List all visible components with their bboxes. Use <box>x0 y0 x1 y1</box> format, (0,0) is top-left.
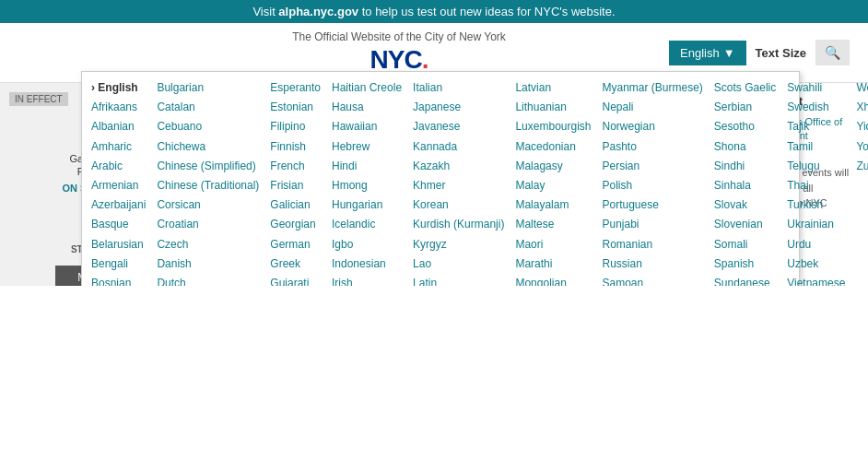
language-option-shona[interactable]: Shona <box>714 138 776 156</box>
language-option-japanese[interactable]: Japanese <box>413 99 504 116</box>
language-option-turkish[interactable]: Turkish <box>787 196 845 214</box>
language-option-kurdish-(kurmanji)[interactable]: Kurdish (Kurmanji) <box>413 216 504 233</box>
language-option-malagasy[interactable]: Malagasy <box>515 158 591 175</box>
language-option-malayalam[interactable]: Malayalam <box>515 196 591 214</box>
language-option-khmer[interactable]: Khmer <box>413 177 504 195</box>
language-option-bulgarian[interactable]: Bulgarian <box>157 79 259 97</box>
language-option-maori[interactable]: Maori <box>515 236 591 254</box>
language-option-chinese-(simplified)[interactable]: Chinese (Simplified) <box>157 158 259 175</box>
language-option-marathi[interactable]: Marathi <box>515 255 591 273</box>
language-option-dutch[interactable]: Dutch <box>157 275 259 286</box>
language-option-samoan[interactable]: Samoan <box>603 275 703 286</box>
language-option-hungarian[interactable]: Hungarian <box>332 196 402 214</box>
search-button[interactable]: 🔍 <box>815 40 850 65</box>
language-option-spanish[interactable]: Spanish <box>714 255 776 273</box>
language-option-somali[interactable]: Somali <box>714 236 776 254</box>
language-option-welsh[interactable]: Welsh <box>856 79 868 97</box>
language-option-indonesian[interactable]: Indonesian <box>332 255 402 273</box>
language-option-serbian[interactable]: Serbian <box>714 99 776 116</box>
language-option-yoruba[interactable]: Yoruba <box>856 138 868 156</box>
language-option-kannada[interactable]: Kannada <box>413 138 504 156</box>
language-option-hindi[interactable]: Hindi <box>332 158 402 175</box>
language-option-luxembourgish[interactable]: Luxembourgish <box>515 118 591 136</box>
language-option-uzbek[interactable]: Uzbek <box>787 255 845 273</box>
language-option-malay[interactable]: Malay <box>515 177 591 195</box>
language-option-kazakh[interactable]: Kazakh <box>413 158 504 175</box>
language-option-armenian[interactable]: Armenian <box>91 177 146 195</box>
language-option-lithuanian[interactable]: Lithuanian <box>515 99 591 116</box>
language-option-albanian[interactable]: Albanian <box>91 118 146 136</box>
language-option-georgian[interactable]: Georgian <box>270 216 321 233</box>
language-option-russian[interactable]: Russian <box>603 255 703 273</box>
language-option-italian[interactable]: Italian <box>413 79 504 97</box>
language-option-arabic[interactable]: Arabic <box>91 158 146 175</box>
language-option-latvian[interactable]: Latvian <box>515 79 591 97</box>
language-option-sesotho[interactable]: Sesotho <box>714 118 776 136</box>
language-option-icelandic[interactable]: Icelandic <box>332 216 402 233</box>
language-option-romanian[interactable]: Romanian <box>603 236 703 254</box>
language-option-swedish[interactable]: Swedish <box>787 99 845 116</box>
language-option-finnish[interactable]: Finnish <box>270 138 321 156</box>
language-option-frisian[interactable]: Frisian <box>270 177 321 195</box>
language-option-corsican[interactable]: Corsican <box>157 196 259 214</box>
language-option-estonian[interactable]: Estonian <box>270 99 321 116</box>
language-option-zulu[interactable]: Zulu <box>856 158 868 175</box>
language-option-sinhala[interactable]: Sinhala <box>714 177 776 195</box>
language-option-slovak[interactable]: Slovak <box>714 196 776 214</box>
language-option-maltese[interactable]: Maltese <box>515 216 591 233</box>
language-option-portuguese[interactable]: Portuguese <box>603 196 703 214</box>
language-option-telugu[interactable]: Telugu <box>787 158 845 175</box>
language-option-french[interactable]: French <box>270 158 321 175</box>
language-option-filipino[interactable]: Filipino <box>270 118 321 136</box>
language-option-belarusian[interactable]: Belarusian <box>91 236 146 254</box>
language-option-bosnian[interactable]: Bosnian <box>91 275 146 286</box>
language-option-mongolian[interactable]: Mongolian <box>515 275 591 286</box>
language-option-korean[interactable]: Korean <box>413 196 504 214</box>
language-option-xhosa[interactable]: Xhosa <box>856 99 868 116</box>
language-option-macedonian[interactable]: Macedonian <box>515 138 591 156</box>
language-option-slovenian[interactable]: Slovenian <box>714 216 776 233</box>
text-size-button[interactable]: Text Size <box>756 46 806 60</box>
language-option-hmong[interactable]: Hmong <box>332 177 402 195</box>
language-button[interactable]: English ▼ <box>669 41 746 65</box>
language-option-tajik[interactable]: Tajik <box>787 118 845 136</box>
language-option-punjabi[interactable]: Punjabi <box>603 216 703 233</box>
language-option-yiddish[interactable]: Yiddish <box>856 118 868 136</box>
language-option-vietnamese[interactable]: Vietnamese <box>787 275 845 286</box>
language-option-haitian-creole[interactable]: Haitian Creole <box>332 79 402 97</box>
language-option-myanmar-(burmese)[interactable]: Myanmar (Burmese) <box>603 79 703 97</box>
language-option-greek[interactable]: Greek <box>270 255 321 273</box>
language-option-nepali[interactable]: Nepali <box>603 99 703 116</box>
language-option-bengali[interactable]: Bengali <box>91 255 146 273</box>
language-option-norwegian[interactable]: Norwegian <box>603 118 703 136</box>
language-option-croatian[interactable]: Croatian <box>157 216 259 233</box>
language-option-amharic[interactable]: Amharic <box>91 138 146 156</box>
language-option-polish[interactable]: Polish <box>603 177 703 195</box>
language-option-thai[interactable]: Thai <box>787 177 845 195</box>
language-option-kyrgyz[interactable]: Kyrgyz <box>413 236 504 254</box>
language-option-persian[interactable]: Persian <box>603 158 703 175</box>
language-option-latin[interactable]: Latin <box>413 275 504 286</box>
language-option-sindhi[interactable]: Sindhi <box>714 158 776 175</box>
language-option-scots-gaelic[interactable]: Scots Gaelic <box>714 79 776 97</box>
language-option-esperanto[interactable]: Esperanto <box>270 79 321 97</box>
language-option-azerbaijani[interactable]: Azerbaijani <box>91 196 146 214</box>
language-option-galician[interactable]: Galician <box>270 196 321 214</box>
language-option-hausa[interactable]: Hausa <box>332 99 402 116</box>
language-option-pashto[interactable]: Pashto <box>603 138 703 156</box>
language-option-ukrainian[interactable]: Ukrainian <box>787 216 845 233</box>
language-option-swahili[interactable]: Swahili <box>787 79 845 97</box>
language-option-czech[interactable]: Czech <box>157 236 259 254</box>
language-option-tamil[interactable]: Tamil <box>787 138 845 156</box>
language-option-lao[interactable]: Lao <box>413 255 504 273</box>
language-option-basque[interactable]: Basque <box>91 216 146 233</box>
language-option-igbo[interactable]: Igbo <box>332 236 402 254</box>
language-option-chinese-(traditional)[interactable]: Chinese (Traditional) <box>157 177 259 195</box>
language-option-urdu[interactable]: Urdu <box>787 236 845 254</box>
language-option-hawaiian[interactable]: Hawaiian <box>332 118 402 136</box>
language-option-catalan[interactable]: Catalan <box>157 99 259 116</box>
language-option-sundanese[interactable]: Sundanese <box>714 275 776 286</box>
language-option-javanese[interactable]: Javanese <box>413 118 504 136</box>
language-option-gujarati[interactable]: Gujarati <box>270 275 321 286</box>
language-option-chichewa[interactable]: Chichewa <box>157 138 259 156</box>
